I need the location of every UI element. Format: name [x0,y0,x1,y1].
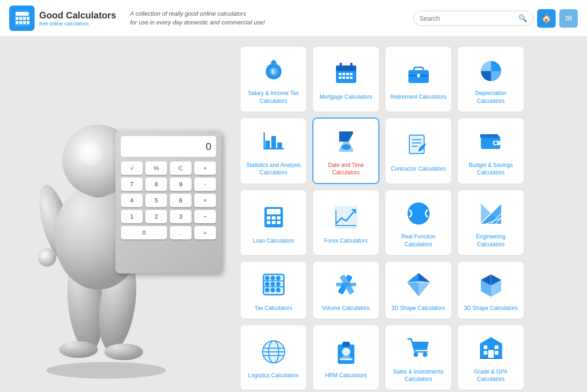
cube-icon [476,270,506,300]
calc-btn-4[interactable]: 4 [121,194,143,207]
calc-btn-[interactable]: = [194,226,216,239]
grid-card-shape2d[interactable]: 2D Shape Calculators [385,261,452,319]
grid-card-sales[interactable]: Sales & Investments Calculators [385,325,452,391]
svg-rect-42 [264,148,284,149]
svg-point-47 [341,144,351,150]
search-button[interactable]: 🔍 [518,14,527,23]
svg-point-22 [38,248,56,267]
grid-card-label-depreciation: Depreciation Calculators [462,89,519,105]
grid-card-label-volume: Volume Calculators [322,304,370,312]
grid-card-label-logistics: Logistics Calculators [248,372,299,380]
svg-point-20 [78,142,102,165]
search-container: 🔍 [413,11,533,26]
home-button[interactable]: 🏠 [537,9,556,28]
svg-rect-59 [272,216,276,220]
svg-rect-61 [267,221,270,224]
calc-btn-[interactable]: . [170,226,192,239]
svg-point-79 [276,276,281,280]
grid-card-label-realfunc: Real Function Calculators [390,233,447,249]
grid-card-label-loan: Loan Calculators [252,237,294,245]
grid-card-label-sales: Sales & Investments Calculators [390,368,447,384]
calc-buttons: √%C+789-456×123÷0.= [121,161,216,239]
svg-rect-116 [495,351,498,355]
calc-display: 0 [121,136,216,157]
svg-rect-30 [342,73,345,75]
svg-rect-32 [350,73,353,75]
svg-rect-34 [342,77,345,79]
grid-card-label-shape3d: 3D Shape Calculators [464,304,518,312]
svg-point-106 [342,348,350,356]
grid-card-statistics[interactable]: Statistics and Analysis Calculators [240,118,307,184]
svg-rect-1 [16,12,29,16]
svg-rect-107 [340,358,353,360]
calc-btn-3[interactable]: 3 [170,210,192,223]
grid-card-contractor[interactable]: Contractor Calculators [385,118,452,184]
logo-text: Good Calculators free online calculators [39,10,116,26]
money-bag-icon: $ [258,55,288,85]
grid-card-retirement[interactable]: Retirement Calculators [385,46,452,112]
grid-card-forex[interactable]: Forex Calculators [312,190,379,255]
mail-button[interactable]: ✉ [559,9,578,28]
calc-btn-C[interactable]: C [170,161,192,175]
grid-card-salary[interactable]: $ Salary & Income Tax Calculators [240,46,307,112]
grid-card-logistics[interactable]: Logistics Calculators [240,325,307,391]
grid-card-datetime[interactable]: Date and Time Calculators [312,118,379,184]
svg-point-83 [265,288,270,292]
calc-btn-7[interactable]: 7 [121,178,143,191]
svg-rect-113 [484,345,487,349]
calc-grid-icon [258,202,288,232]
grid-card-label-forex: Forex Calculators [324,237,367,245]
calc-btn-[interactable]: × [194,194,216,207]
globe-icon [258,337,288,367]
tagline: A collection of really good online calcu… [130,10,265,26]
grid-card-mortgage[interactable]: Mortgage Calculators [312,46,379,112]
calc-btn-8[interactable]: 8 [145,178,167,191]
search-input[interactable] [419,15,518,22]
calendar-grid-icon [331,59,361,89]
diamond-icon [403,270,433,300]
svg-point-84 [270,288,275,292]
grid-panel: $ Salary & Income Tax Calculators Mortga… [240,46,578,390]
calc-btn-[interactable]: √ [121,161,143,175]
svg-rect-45 [277,143,282,148]
calc-btn-[interactable]: + [194,161,216,175]
svg-rect-31 [346,73,349,75]
calc-btn-6[interactable]: 6 [170,194,192,207]
calc-btn-[interactable]: - [194,178,216,191]
grid-card-realfunc[interactable]: Real Function Calculators [385,190,452,255]
calc-btn-[interactable]: ÷ [194,210,216,223]
logo-subtitle: free online calculators [39,21,116,26]
id-badge-icon [331,337,361,367]
grid-card-engineering[interactable]: Engineering Calculators [457,190,524,255]
grid-card-tax[interactable]: Tax Calculators [240,261,307,319]
svg-point-10 [46,362,166,379]
calc-btn-9[interactable]: 9 [170,178,192,191]
svg-point-14 [104,344,143,360]
grid-card-grade[interactable]: Grade & GPA Calculators [457,325,524,391]
svg-point-78 [270,276,275,280]
calc-btn-1[interactable]: 1 [121,210,143,223]
svg-rect-63 [277,221,281,224]
grid-card-volume[interactable]: Volume Calculators [312,261,379,319]
calc-btn-5[interactable]: 5 [145,194,167,207]
left-panel: 0 √%C+789-456×123÷0.= [9,46,231,390]
calc-btn-[interactable]: % [145,161,167,175]
grid-card-label-retirement: Retirement Calculators [390,93,446,101]
grid-card-shape3d[interactable]: 3D Shape Calculators [457,261,524,319]
svg-rect-46 [264,132,265,148]
bar-chart-icon [258,127,288,157]
svg-rect-57 [267,209,281,214]
grid-card-hrm[interactable]: HRM Calculators [312,325,379,391]
trend-up-icon [331,202,361,232]
wallet-icon [476,127,506,157]
grid-card-label-contractor: Contractor Calculators [391,165,446,173]
svg-rect-53 [480,134,498,138]
svg-rect-58 [267,216,270,220]
calc-btn-0[interactable]: 0 [121,226,167,239]
grid-card-budget[interactable]: Budget & Savings Calculators [457,118,524,184]
grid-card-depreciation[interactable]: Depreciation Calculators [457,46,524,112]
main-content: 0 √%C+789-456×123÷0.= $ Salary & Income … [0,37,587,392]
calc-btn-2[interactable]: 2 [145,210,167,223]
svg-marker-90 [419,273,430,282]
grid-card-loan[interactable]: Loan Calculators [240,190,307,255]
